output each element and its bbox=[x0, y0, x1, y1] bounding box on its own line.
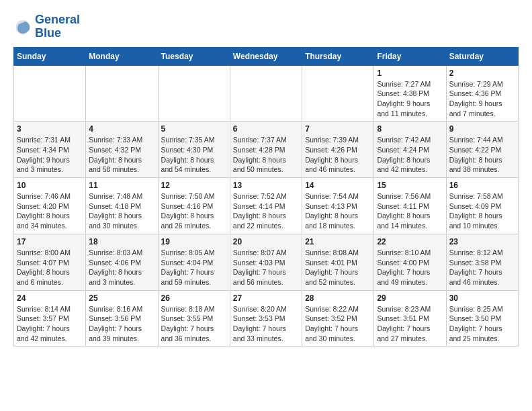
day-number: 21 bbox=[305, 237, 371, 246]
day-header-wednesday: Wednesday bbox=[230, 47, 302, 65]
day-number: 4 bbox=[89, 124, 154, 134]
day-info: Sunrise: 8:23 AM Sunset: 3:51 PM Dayligh… bbox=[377, 304, 443, 344]
day-info: Sunrise: 7:29 AM Sunset: 4:36 PM Dayligh… bbox=[449, 79, 515, 119]
calendar-cell bbox=[302, 65, 374, 122]
calendar-cell: 24Sunrise: 8:14 AM Sunset: 3:57 PM Dayli… bbox=[14, 290, 86, 347]
calendar-week-2: 3Sunrise: 7:31 AM Sunset: 4:34 PM Daylig… bbox=[14, 122, 519, 178]
calendar-cell: 29Sunrise: 8:23 AM Sunset: 3:51 PM Dayli… bbox=[374, 290, 446, 347]
day-number: 28 bbox=[305, 293, 371, 303]
day-info: Sunrise: 7:54 AM Sunset: 4:13 PM Dayligh… bbox=[305, 191, 371, 231]
day-number: 5 bbox=[161, 124, 227, 134]
day-info: Sunrise: 7:33 AM Sunset: 4:32 PM Dayligh… bbox=[89, 135, 154, 175]
calendar-body: 1Sunrise: 7:27 AM Sunset: 4:38 PM Daylig… bbox=[14, 65, 519, 347]
calendar-cell: 16Sunrise: 7:58 AM Sunset: 4:09 PM Dayli… bbox=[446, 178, 518, 234]
day-header-monday: Monday bbox=[86, 47, 158, 65]
day-number: 11 bbox=[89, 181, 154, 190]
calendar-cell: 8Sunrise: 7:42 AM Sunset: 4:24 PM Daylig… bbox=[374, 122, 446, 178]
day-number: 14 bbox=[305, 181, 371, 190]
calendar-cell: 19Sunrise: 8:05 AM Sunset: 4:04 PM Dayli… bbox=[158, 234, 230, 290]
day-info: Sunrise: 8:22 AM Sunset: 3:52 PM Dayligh… bbox=[305, 304, 371, 344]
calendar-cell: 6Sunrise: 7:37 AM Sunset: 4:28 PM Daylig… bbox=[230, 122, 302, 178]
calendar-cell: 17Sunrise: 8:00 AM Sunset: 4:07 PM Dayli… bbox=[14, 234, 86, 290]
day-number: 26 bbox=[161, 293, 227, 303]
day-info: Sunrise: 8:12 AM Sunset: 3:58 PM Dayligh… bbox=[449, 248, 515, 287]
day-number: 12 bbox=[161, 181, 227, 190]
calendar-cell: 20Sunrise: 8:07 AM Sunset: 4:03 PM Dayli… bbox=[230, 234, 302, 290]
day-info: Sunrise: 8:14 AM Sunset: 3:57 PM Dayligh… bbox=[17, 304, 83, 344]
day-header-saturday: Saturday bbox=[446, 47, 518, 65]
calendar-cell: 14Sunrise: 7:54 AM Sunset: 4:13 PM Dayli… bbox=[302, 178, 374, 234]
calendar-cell: 30Sunrise: 8:25 AM Sunset: 3:50 PM Dayli… bbox=[446, 290, 518, 347]
day-number: 29 bbox=[377, 293, 443, 303]
calendar-cell: 12Sunrise: 7:50 AM Sunset: 4:16 PM Dayli… bbox=[158, 178, 230, 234]
day-info: Sunrise: 7:46 AM Sunset: 4:20 PM Dayligh… bbox=[17, 191, 83, 231]
day-info: Sunrise: 7:50 AM Sunset: 4:16 PM Dayligh… bbox=[161, 191, 227, 231]
day-number: 3 bbox=[17, 124, 83, 134]
day-number: 2 bbox=[449, 68, 515, 78]
day-number: 7 bbox=[305, 124, 371, 134]
logo-text: General Blue bbox=[35, 13, 80, 40]
calendar-cell: 1Sunrise: 7:27 AM Sunset: 4:38 PM Daylig… bbox=[374, 65, 446, 122]
calendar-table: SundayMondayTuesdayWednesdayThursdayFrid… bbox=[13, 47, 519, 347]
calendar-cell bbox=[14, 65, 86, 122]
calendar-week-3: 10Sunrise: 7:46 AM Sunset: 4:20 PM Dayli… bbox=[14, 178, 519, 234]
day-info: Sunrise: 8:08 AM Sunset: 4:01 PM Dayligh… bbox=[305, 248, 371, 287]
day-info: Sunrise: 7:35 AM Sunset: 4:30 PM Dayligh… bbox=[161, 135, 227, 175]
calendar-cell: 9Sunrise: 7:44 AM Sunset: 4:22 PM Daylig… bbox=[446, 122, 518, 178]
day-info: Sunrise: 7:39 AM Sunset: 4:26 PM Dayligh… bbox=[305, 135, 371, 175]
day-number: 30 bbox=[449, 293, 515, 303]
calendar-cell: 2Sunrise: 7:29 AM Sunset: 4:36 PM Daylig… bbox=[446, 65, 518, 122]
logo: General Blue bbox=[13, 13, 80, 40]
day-header-sunday: Sunday bbox=[14, 47, 86, 65]
day-number: 17 bbox=[17, 237, 83, 246]
calendar-cell: 15Sunrise: 7:56 AM Sunset: 4:11 PM Dayli… bbox=[374, 178, 446, 234]
calendar-cell: 28Sunrise: 8:22 AM Sunset: 3:52 PM Dayli… bbox=[302, 290, 374, 347]
day-number: 9 bbox=[449, 124, 515, 134]
calendar-cell bbox=[86, 65, 158, 122]
calendar-cell: 25Sunrise: 8:16 AM Sunset: 3:56 PM Dayli… bbox=[86, 290, 158, 347]
day-number: 20 bbox=[233, 237, 299, 246]
calendar-cell bbox=[230, 65, 302, 122]
day-number: 23 bbox=[449, 237, 515, 246]
day-info: Sunrise: 8:16 AM Sunset: 3:56 PM Dayligh… bbox=[89, 304, 154, 344]
calendar-cell: 3Sunrise: 7:31 AM Sunset: 4:34 PM Daylig… bbox=[14, 122, 86, 178]
calendar-week-4: 17Sunrise: 8:00 AM Sunset: 4:07 PM Dayli… bbox=[14, 234, 519, 290]
day-number: 13 bbox=[233, 181, 299, 190]
day-info: Sunrise: 7:58 AM Sunset: 4:09 PM Dayligh… bbox=[449, 191, 515, 231]
day-number: 18 bbox=[89, 237, 154, 246]
calendar-cell: 18Sunrise: 8:03 AM Sunset: 4:06 PM Dayli… bbox=[86, 234, 158, 290]
day-info: Sunrise: 8:25 AM Sunset: 3:50 PM Dayligh… bbox=[449, 304, 515, 344]
calendar-week-5: 24Sunrise: 8:14 AM Sunset: 3:57 PM Dayli… bbox=[14, 290, 519, 347]
day-number: 15 bbox=[377, 181, 443, 190]
day-info: Sunrise: 7:31 AM Sunset: 4:34 PM Dayligh… bbox=[17, 135, 83, 175]
calendar-cell: 27Sunrise: 8:20 AM Sunset: 3:53 PM Dayli… bbox=[230, 290, 302, 347]
day-number: 22 bbox=[377, 237, 443, 246]
calendar-cell: 23Sunrise: 8:12 AM Sunset: 3:58 PM Dayli… bbox=[446, 234, 518, 290]
day-number: 25 bbox=[89, 293, 154, 303]
day-info: Sunrise: 8:03 AM Sunset: 4:06 PM Dayligh… bbox=[89, 248, 154, 287]
day-info: Sunrise: 8:20 AM Sunset: 3:53 PM Dayligh… bbox=[233, 304, 299, 344]
calendar-week-1: 1Sunrise: 7:27 AM Sunset: 4:38 PM Daylig… bbox=[14, 65, 519, 122]
day-number: 6 bbox=[233, 124, 299, 134]
calendar-cell: 4Sunrise: 7:33 AM Sunset: 4:32 PM Daylig… bbox=[86, 122, 158, 178]
calendar-cell: 13Sunrise: 7:52 AM Sunset: 4:14 PM Dayli… bbox=[230, 178, 302, 234]
day-header-thursday: Thursday bbox=[302, 47, 374, 65]
day-info: Sunrise: 8:07 AM Sunset: 4:03 PM Dayligh… bbox=[233, 248, 299, 287]
calendar-cell bbox=[158, 65, 230, 122]
day-number: 1 bbox=[377, 68, 443, 78]
day-info: Sunrise: 7:42 AM Sunset: 4:24 PM Dayligh… bbox=[377, 135, 443, 175]
calendar-cell: 5Sunrise: 7:35 AM Sunset: 4:30 PM Daylig… bbox=[158, 122, 230, 178]
calendar-header: SundayMondayTuesdayWednesdayThursdayFrid… bbox=[14, 47, 519, 65]
day-number: 19 bbox=[161, 237, 227, 246]
calendar-cell: 26Sunrise: 8:18 AM Sunset: 3:55 PM Dayli… bbox=[158, 290, 230, 347]
day-info: Sunrise: 8:05 AM Sunset: 4:04 PM Dayligh… bbox=[161, 248, 227, 287]
day-number: 27 bbox=[233, 293, 299, 303]
day-info: Sunrise: 7:37 AM Sunset: 4:28 PM Dayligh… bbox=[233, 135, 299, 175]
calendar-cell: 10Sunrise: 7:46 AM Sunset: 4:20 PM Dayli… bbox=[14, 178, 86, 234]
day-header-tuesday: Tuesday bbox=[158, 47, 230, 65]
day-info: Sunrise: 7:56 AM Sunset: 4:11 PM Dayligh… bbox=[377, 191, 443, 231]
logo-icon bbox=[13, 17, 32, 36]
header-row: SundayMondayTuesdayWednesdayThursdayFrid… bbox=[14, 47, 519, 65]
day-info: Sunrise: 7:44 AM Sunset: 4:22 PM Dayligh… bbox=[449, 135, 515, 175]
calendar-cell: 11Sunrise: 7:48 AM Sunset: 4:18 PM Dayli… bbox=[86, 178, 158, 234]
